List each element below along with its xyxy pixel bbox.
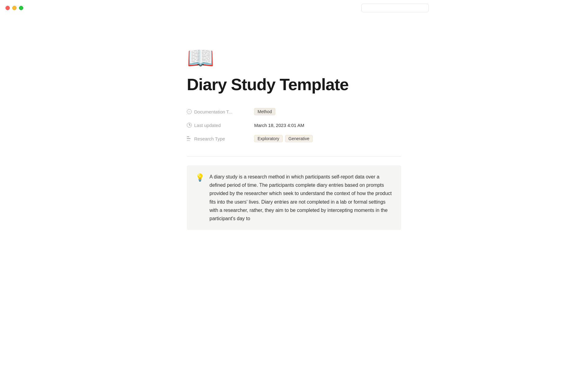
doc-type-icon xyxy=(187,109,192,114)
property-row-doc-type: Documentation T... Method xyxy=(187,105,401,118)
property-label-doc-type: Documentation T... xyxy=(187,109,254,114)
page-emoji: 📖 xyxy=(187,47,401,69)
last-updated-label: Last updated xyxy=(194,123,221,128)
list-line-3 xyxy=(187,140,190,141)
generative-tag[interactable]: Generative xyxy=(285,135,313,142)
property-row-last-updated: Last updated March 18, 2023 4:01 AM xyxy=(187,118,401,132)
page-title: Diary Study Template xyxy=(187,75,401,94)
property-label-research-type: Research Type xyxy=(187,136,254,141)
section-divider xyxy=(187,156,401,157)
method-tag[interactable]: Method xyxy=(254,108,275,115)
close-button[interactable] xyxy=(6,6,10,10)
callout-icon: 💡 xyxy=(195,173,205,182)
property-row-research-type: Research Type Exploratory Generative xyxy=(187,132,401,145)
research-type-label: Research Type xyxy=(194,136,225,141)
property-value-doc-type[interactable]: Method xyxy=(254,108,275,115)
doc-type-label: Documentation T... xyxy=(194,109,232,114)
property-label-last-updated: Last updated xyxy=(187,123,254,128)
last-updated-value: March 18, 2023 4:01 AM xyxy=(254,123,304,128)
list-icon xyxy=(187,136,192,141)
minimize-button[interactable] xyxy=(12,6,17,10)
clock-icon xyxy=(187,123,192,128)
exploratory-tag[interactable]: Exploratory xyxy=(254,135,283,142)
property-value-research-type[interactable]: Exploratory Generative xyxy=(254,135,313,142)
properties-section: Documentation T... Method Last updated M… xyxy=(187,105,401,145)
callout-text: A diary study is a research method in wh… xyxy=(209,173,393,223)
callout-block: 💡 A diary study is a research method in … xyxy=(187,165,401,230)
list-line-1 xyxy=(187,136,189,137)
property-value-last-updated: March 18, 2023 4:01 AM xyxy=(254,123,304,128)
list-line-2 xyxy=(187,138,190,139)
maximize-button[interactable] xyxy=(19,6,23,10)
traffic-lights xyxy=(0,0,588,16)
main-content: 📖 Diary Study Template Documentation T..… xyxy=(162,16,426,230)
